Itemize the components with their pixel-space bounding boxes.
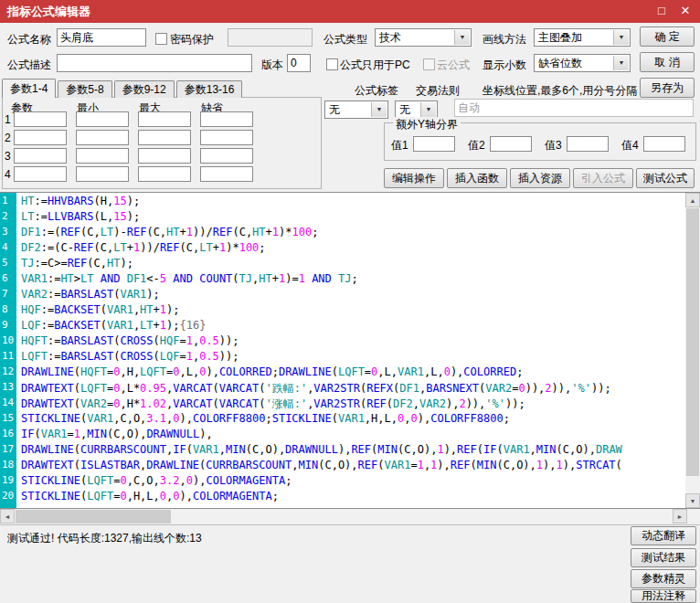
h-scrollbar[interactable]: ◄ ► [0,509,687,524]
param-wizard-button[interactable]: 参数精灵 [631,569,696,588]
code-line[interactable]: HT:=HHVBARS(H,15); [21,195,685,210]
code-line[interactable]: DRAWTEXT(VAR2=0,H*1.02,VARCAT(VARCAT('涨幅… [21,397,685,412]
line-number: 6 [0,272,16,288]
scroll-down-icon[interactable]: ▼ [685,493,700,508]
code-line[interactable]: LQFT:=BARSLAST(CROSS(LQF=1,0.5)); [21,350,685,365]
chevron-down-icon[interactable]: ▼ [454,30,470,45]
formula-desc-input[interactable] [57,54,252,72]
maximize-icon[interactable]: □ [649,0,674,23]
decimal-select[interactable]: 缺省位数 ▼ [534,54,631,72]
param-input-r2c3[interactable] [138,130,191,145]
param-input-r1c1[interactable] [14,111,67,127]
code-line[interactable]: HQF:=BACKSET(VAR1,HT+1); [21,303,685,319]
y-value-input-3[interactable] [567,136,609,152]
code-line[interactable]: VAR1:=HT>LT AND DF1<-5 AND COUNT(TJ,HT+1… [21,272,685,288]
param-input-r4c4[interactable] [200,166,253,182]
param-input-r2c4[interactable] [200,130,253,145]
param-input-r1c3[interactable] [138,111,191,127]
v-scrollbar[interactable]: ▲ ▼ [685,193,700,508]
code-line[interactable]: LQF:=BACKSET(VAR1,LT+1);{16} [21,319,685,334]
code-line[interactable]: DF1:=(REF(C,LT)-REF(C,HT+1))/REF(C,HT+1)… [21,226,685,241]
param-input-r2c1[interactable] [14,130,67,145]
code-line[interactable]: IF(VAR1=1,MIN(C,O),DRAWNULL), [21,428,685,443]
code-line[interactable]: TJ:=C>=REF(C,HT); [21,257,685,272]
scroll-right-icon[interactable]: ► [673,509,687,524]
scroll-left-icon[interactable]: ◄ [0,509,15,524]
trade-rule-select[interactable]: 无 ▼ [395,100,438,119]
code-line[interactable]: STICKLINE(LQFT=0,C,O,3.2,0),COLORMAGENTA… [21,474,685,490]
insert-function-button[interactable]: 插入函数 [447,168,507,188]
test-formula-button[interactable]: 测试公式 [636,168,695,188]
chevron-down-icon[interactable]: ▼ [420,102,436,117]
y-value-input-1[interactable] [413,136,455,152]
dynamic-translate-button[interactable]: 动态翻译 [631,526,696,545]
param-input-r3c3[interactable] [138,148,191,164]
titlebar: 指标公式编辑器 □ ✕ [0,0,700,23]
param-input-r4c3[interactable] [138,166,191,182]
coord-line-input[interactable] [454,99,694,117]
tab-params-2[interactable]: 参数5-8 [58,80,111,98]
param-input-r2c2[interactable] [76,130,129,145]
insert-resource-button[interactable]: 插入资源 [510,168,570,188]
param-tabs: 参数1-4参数5-8参数9-12参数13-16 [2,79,244,98]
y-value-input-4[interactable] [643,136,685,152]
status-text: 测试通过! 代码长度:1327,输出线个数:13 [7,531,202,546]
v-scroll-thumb[interactable] [686,208,699,476]
trade-rule-label: 交易法则 [416,83,460,99]
formula-type-value: 技术 [379,30,401,45]
save-as-button[interactable]: 另存为 [640,78,695,98]
line-number: 11 [0,350,16,365]
formula-type-select[interactable]: 技术 ▼ [375,28,472,47]
edit-operations-button[interactable]: 编辑操作 [384,168,444,188]
scroll-up-icon[interactable]: ▲ [685,193,700,207]
code-line[interactable]: DRAWLINE(CURRBARSCOUNT,IF(VAR1,MIN(C,O),… [21,443,685,459]
draw-method-label: 画线方法 [483,32,526,48]
test-result-button[interactable]: 测试结果 [631,548,696,567]
code-line[interactable]: STICKLINE(LQFT=0,H,L,0,0),COLORMAGENTA; [21,490,685,505]
formula-name-input[interactable] [57,28,146,47]
param-input-r1c2[interactable] [76,111,129,127]
pc-only-checkbox[interactable] [326,58,338,70]
param-row-label: 2 [5,132,11,144]
password-checkbox[interactable] [155,33,167,45]
code-line[interactable]: DRAWLINE(HQFT=0,H,LQFT=0,L,0),COLORRED;D… [21,365,685,381]
code-line[interactable]: VAR2:=BARSLAST(VAR1); [21,288,685,303]
ok-button[interactable]: 确 定 [640,26,695,47]
chevron-down-icon[interactable]: ▼ [613,56,629,70]
close-icon[interactable]: ✕ [673,0,698,23]
code-editor[interactable]: 1234567891011121314151617181920 HT:=HHVB… [0,192,700,509]
code-line[interactable]: DRAWTEXT(LQFT=0,L*0.95,VARCAT(VARCAT('跌幅… [21,381,685,397]
tab-params-1[interactable]: 参数1-4 [2,79,56,98]
y-value-label: 值1 [391,138,408,153]
code-line[interactable]: DRAWTEXT(ISLASTBAR,DRAWLINE(CURRBARSCOUN… [21,459,685,474]
cancel-button[interactable]: 取 消 [640,52,695,72]
y-value-input-2[interactable] [490,136,532,152]
tab-params-4[interactable]: 参数13-16 [176,80,243,98]
h-scroll-thumb[interactable] [16,510,171,524]
code-line[interactable]: LT:=LLVBARS(L,15); [21,210,685,226]
line-number: 12 [0,365,16,381]
chevron-down-icon[interactable]: ▼ [371,102,387,117]
usage-notes-button[interactable]: 用法注释 [631,589,696,603]
editor-code: HT:=HHVBARS(H,15);LT:=LLVBARS(L,15);DF1:… [16,193,685,508]
tab-params-3[interactable]: 参数9-12 [114,80,175,98]
param-input-r4c1[interactable] [14,166,67,182]
param-input-r3c1[interactable] [14,148,67,164]
draw-method-select[interactable]: 主图叠加 ▼ [534,28,631,47]
code-line[interactable]: DF2:=(C-REF(C,LT+1))/REF(C,LT+1)*100; [21,241,685,257]
cloud-formula-checkbox [423,58,435,70]
param-input-r3c4[interactable] [200,148,253,164]
line-number: 19 [0,474,16,490]
version-input[interactable] [287,54,311,72]
password-label: 密码保护 [170,32,214,48]
param-input-r4c2[interactable] [76,166,129,182]
param-row-label: 3 [5,150,11,163]
line-number: 20 [0,490,16,505]
chevron-down-icon[interactable]: ▼ [613,30,629,45]
formula-tag-select[interactable]: 无 ▼ [324,100,388,119]
code-line[interactable]: HQFT:=BARSLAST(CROSS(HQF=1,0.5)); [21,334,685,350]
line-number: 17 [0,443,16,459]
param-input-r3c2[interactable] [76,148,129,164]
code-line[interactable]: STICKLINE(VAR1,C,O,3.1,0),COLORFF8800;ST… [21,412,685,428]
param-input-r1c4[interactable] [200,111,253,127]
